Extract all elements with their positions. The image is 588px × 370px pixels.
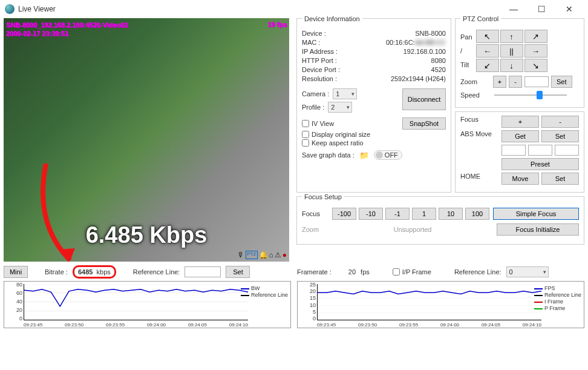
window-title: Live Viewer xyxy=(18,5,56,13)
focus-step-10[interactable]: 10 xyxy=(439,208,463,220)
ptz-down[interactable]: ↓ xyxy=(500,59,523,72)
disconnect-button[interactable]: Disconnect xyxy=(402,88,446,110)
preset-button[interactable]: Preset xyxy=(501,158,579,170)
bell-icon: 🔔 xyxy=(259,251,268,259)
annotation-bitrate-text: 6.485 Kbps xyxy=(86,222,207,248)
bitrate-chart: 80604020009:23:4509:23:5009:23:5509:24:0… xyxy=(4,281,291,328)
abs-get-button[interactable]: Get xyxy=(501,130,539,142)
focus-setup-group: Focus Setup Focus -100-10-1110100 Simple… xyxy=(296,196,584,245)
focus-column-group: Focus+- ABS MoveGetSet Preset HOMEMoveSe… xyxy=(455,111,584,193)
overlay-fps: 19 fps xyxy=(267,21,287,28)
focus-initialize-button[interactable]: Focus Initialize xyxy=(497,223,579,236)
fps-chart: 252015105009:23:4509:23:5009:23:5509:24:… xyxy=(297,281,584,328)
video-status-icons: 🎙PTZ🔔⌂⚠● xyxy=(237,251,287,259)
focus-minus-button[interactable]: - xyxy=(541,116,579,128)
warn-icon: ⚠ xyxy=(275,251,281,259)
ptz-down-right[interactable]: ↘ xyxy=(524,59,547,72)
focus-plus-button[interactable]: + xyxy=(501,116,539,128)
focus-step-1[interactable]: 1 xyxy=(412,208,436,220)
display-original-checkbox[interactable]: Display original size xyxy=(302,131,446,138)
ptz-control-group: PTZ Control Pan / Tilt ↖ ↑ ↗ ← || xyxy=(455,18,584,108)
rec-icon: ● xyxy=(283,251,287,259)
bitrate-ref-set-button[interactable]: Set xyxy=(226,266,250,278)
keep-ratio-checkbox[interactable]: Keep aspect ratio xyxy=(302,139,446,147)
speed-slider[interactable] xyxy=(494,90,567,101)
device-info-group: Device Information Device :SNB-8000 MAC … xyxy=(296,18,451,193)
overlay-stream-id: SNB-8000_192.168.2.100:4520-Video02 2000… xyxy=(6,21,128,38)
mic-icon: 🎙 xyxy=(237,251,244,259)
home-icon: ⌂ xyxy=(269,251,273,259)
focus-step-100[interactable]: 100 xyxy=(465,208,489,220)
close-button[interactable]: ✕ xyxy=(555,0,583,18)
abs-input-1[interactable] xyxy=(501,145,526,156)
zoom-set-button[interactable]: Set xyxy=(551,76,572,88)
ptz-up-right[interactable]: ↗ xyxy=(524,30,547,43)
snapshot-button[interactable]: SnapShot xyxy=(402,117,446,130)
camera-select[interactable]: 1 xyxy=(333,88,357,99)
bitrate-ref-input[interactable] xyxy=(185,266,221,277)
minimize-button[interactable]: — xyxy=(500,0,528,18)
ptz-left[interactable]: ← xyxy=(476,44,499,58)
zoom-out-button[interactable]: - xyxy=(509,76,522,88)
abs-input-2[interactable] xyxy=(528,145,552,156)
fps-ref-select[interactable]: 0 xyxy=(506,266,549,277)
profile-select[interactable]: 2 xyxy=(328,102,352,113)
zoom-input[interactable] xyxy=(524,76,549,87)
ipframe-checkbox[interactable]: I/P Frame xyxy=(393,268,431,276)
ptz-up[interactable]: ↑ xyxy=(500,30,523,43)
home-set-button[interactable]: Set xyxy=(541,173,579,185)
ptz-up-left[interactable]: ↖ xyxy=(476,30,499,43)
maximize-button[interactable]: ☐ xyxy=(528,0,555,18)
folder-icon[interactable]: 📁 xyxy=(359,151,369,160)
save-graph-toggle[interactable]: OFF xyxy=(374,150,402,160)
ptz-down-left[interactable]: ↙ xyxy=(476,59,499,72)
home-move-button[interactable]: Move xyxy=(501,173,539,185)
abs-input-3[interactable] xyxy=(555,145,579,156)
ptz-right[interactable]: → xyxy=(524,44,547,58)
focus-step--100[interactable]: -100 xyxy=(332,208,356,220)
app-icon xyxy=(5,4,15,14)
bitrate-highlight: 6485 kbps xyxy=(73,265,116,279)
focus-step--1[interactable]: -1 xyxy=(385,208,410,220)
abs-set-button[interactable]: Set xyxy=(541,130,579,142)
zoom-in-button[interactable]: + xyxy=(493,76,506,88)
mini-button[interactable]: Mini xyxy=(4,266,28,278)
focus-step--10[interactable]: -10 xyxy=(359,208,383,220)
simple-focus-button[interactable]: Simple Focus xyxy=(493,208,579,220)
ivview-checkbox[interactable]: IV View xyxy=(302,120,334,127)
ptz-stop[interactable]: || xyxy=(500,44,523,58)
video-preview: SNB-8000_192.168.2.100:4520-Video02 2000… xyxy=(4,18,289,262)
ptz-icon: PTZ xyxy=(246,251,257,259)
